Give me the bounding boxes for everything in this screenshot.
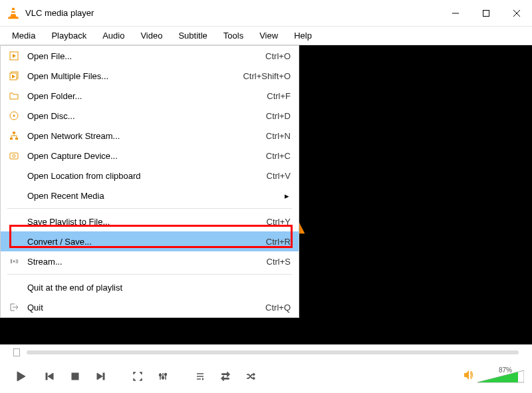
svg-rect-20 <box>46 373 47 380</box>
close-button[interactable] <box>501 0 532 26</box>
menu-quit-end[interactable]: Quit at the end of playlist <box>1 277 299 297</box>
svg-marker-35 <box>464 370 469 380</box>
menu-tools[interactable]: Tools <box>215 28 251 43</box>
menu-open-clipboard[interactable]: Open Location from clipboard Ctrl+V <box>1 166 299 186</box>
svg-rect-13 <box>13 132 15 134</box>
menu-audio[interactable]: Audio <box>94 28 132 43</box>
playlist-button[interactable] <box>190 367 210 386</box>
capture-icon <box>7 149 21 162</box>
video-area: Open File... Ctrl+O Open Multiple Files.… <box>0 45 532 344</box>
volume-control[interactable]: 87% <box>463 369 524 384</box>
vlc-cone-icon <box>7 7 20 20</box>
disc-icon <box>7 109 21 122</box>
svg-rect-15 <box>15 138 18 140</box>
blank-icon <box>7 281 21 294</box>
stream-icon <box>7 255 21 268</box>
play-file-icon <box>7 49 21 63</box>
svg-marker-23 <box>97 373 102 380</box>
svg-marker-19 <box>17 372 25 381</box>
next-button[interactable] <box>90 367 110 386</box>
svg-point-29 <box>162 377 164 379</box>
volume-percent: 87% <box>499 366 512 374</box>
menu-subtitle[interactable]: Subtitle <box>170 28 215 43</box>
blank-icon <box>7 169 21 182</box>
shuffle-button[interactable] <box>241 367 261 386</box>
maximize-button[interactable] <box>471 0 501 26</box>
menu-separator <box>7 274 292 275</box>
extended-settings-button[interactable] <box>153 367 173 386</box>
svg-rect-22 <box>72 373 78 380</box>
loop-button[interactable] <box>215 367 235 386</box>
play-button[interactable] <box>8 367 35 386</box>
titlebar: VLC media player <box>0 0 532 27</box>
seek-track[interactable] <box>27 350 519 354</box>
svg-rect-14 <box>10 138 13 140</box>
folder-icon <box>7 89 21 102</box>
menu-open-multiple[interactable]: Open Multiple Files... Ctrl+Shift+O <box>1 66 299 86</box>
menu-help[interactable]: Help <box>286 28 320 43</box>
quit-icon <box>7 301 21 314</box>
seek-marker-icon <box>13 348 20 356</box>
menu-open-disc[interactable]: Open Disc... Ctrl+D <box>1 106 299 126</box>
menu-open-capture[interactable]: Open Capture Device... Ctrl+C <box>1 146 299 166</box>
svg-point-30 <box>165 374 167 376</box>
menu-view[interactable]: View <box>251 28 286 43</box>
svg-rect-3 <box>483 10 489 16</box>
svg-point-18 <box>13 261 15 263</box>
menu-open-recent[interactable]: Open Recent Media ▸ <box>1 186 299 205</box>
window-title: VLC media player <box>25 8 440 18</box>
playback-controls: 87% <box>0 360 532 392</box>
fullscreen-button[interactable] <box>128 367 148 386</box>
network-icon <box>7 129 21 142</box>
menu-video[interactable]: Video <box>132 28 170 43</box>
menubar: Media Playback Audio Video Subtitle Tool… <box>0 27 532 45</box>
menu-stream[interactable]: Stream... Ctrl+S <box>1 251 299 271</box>
menu-separator <box>7 208 292 209</box>
minimize-button[interactable] <box>440 0 471 26</box>
volume-slider[interactable]: 87% <box>477 369 524 384</box>
stop-button[interactable] <box>65 367 85 386</box>
menu-open-file[interactable]: Open File... Ctrl+O <box>1 46 299 66</box>
blank-icon <box>7 215 21 228</box>
menu-open-folder[interactable]: Open Folder... Ctrl+F <box>1 86 299 106</box>
speaker-icon <box>463 369 475 384</box>
play-multi-icon <box>7 69 21 82</box>
media-menu-dropdown: Open File... Ctrl+O Open Multiple Files.… <box>0 45 299 318</box>
svg-marker-7 <box>13 54 16 58</box>
svg-marker-21 <box>48 373 53 380</box>
blank-icon <box>7 235 21 248</box>
blank-icon <box>7 189 21 202</box>
svg-point-12 <box>13 115 15 117</box>
svg-point-28 <box>160 374 162 376</box>
menu-quit[interactable]: Quit Ctrl+Q <box>1 297 299 317</box>
submenu-arrow-icon: ▸ <box>285 191 289 201</box>
menu-media[interactable]: Media <box>4 28 43 43</box>
menu-playback[interactable]: Playback <box>43 28 94 43</box>
menu-open-network[interactable]: Open Network Stream... Ctrl+N <box>1 126 299 146</box>
svg-point-17 <box>13 155 15 158</box>
menu-save-playlist[interactable]: Save Playlist to File... Ctrl+Y <box>1 211 299 231</box>
svg-rect-16 <box>10 153 18 159</box>
menu-convert-save[interactable]: Convert / Save... Ctrl+R <box>1 231 299 251</box>
svg-marker-34 <box>202 378 204 380</box>
seek-bar[interactable] <box>0 344 532 360</box>
svg-rect-24 <box>103 373 104 380</box>
previous-button[interactable] <box>40 367 60 386</box>
window-controls <box>440 0 532 26</box>
